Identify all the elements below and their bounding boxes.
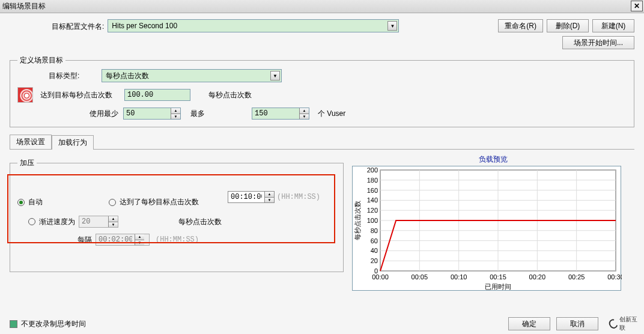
svg-text:180: 180	[367, 177, 378, 184]
radio-step[interactable]	[28, 218, 35, 225]
step-label: 渐进速度为	[39, 217, 75, 227]
chart: 02040608010012014016018020000:0000:0500:…	[352, 166, 621, 291]
step-value-input[interactable]: ▲▼	[79, 216, 118, 228]
svg-text:40: 40	[371, 247, 378, 254]
radio-auto[interactable]	[17, 199, 25, 206]
step-unit-label: 每秒点击次数	[178, 217, 222, 227]
svg-text:80: 80	[371, 227, 378, 234]
window-title: 编辑场景目标	[2, 1, 46, 11]
goal-value-input[interactable]	[124, 89, 190, 101]
spin-up-icon[interactable]: ▲	[108, 216, 118, 222]
new-button[interactable]: 新建(N)	[592, 19, 634, 32]
vuser-label: 个 Vuser	[318, 109, 345, 119]
spin-up-icon[interactable]: ▲	[264, 192, 274, 198]
spin-down-icon[interactable]: ▼	[171, 114, 180, 120]
chevron-down-icon: ▼	[387, 21, 397, 31]
reach-goal-label: 达到目标每秒点击次数	[40, 90, 124, 100]
svg-text:100: 100	[367, 217, 378, 224]
titlebar: 编辑场景目标 ✕	[0, 0, 644, 13]
svg-text:00:25: 00:25	[568, 273, 585, 281]
close-button[interactable]: ✕	[631, 1, 643, 11]
bottom-bar: 不更改录制思考时间 确定 取消 创新互联	[10, 317, 640, 330]
max-label: 最多	[190, 109, 205, 119]
brand-text: 创新互联	[619, 315, 640, 332]
svg-text:每秒点击次数: 每秒点击次数	[354, 201, 361, 240]
spin-up-icon[interactable]: ▲	[171, 108, 180, 114]
chevron-down-icon: ▼	[270, 71, 280, 80]
goal-type-label: 目标类型:	[49, 71, 102, 81]
think-time-label: 不更改录制思考时间	[21, 319, 86, 329]
ramp-legend: 加压	[17, 158, 37, 168]
svg-text:已用时间: 已用时间	[485, 283, 511, 290]
svg-text:00:10: 00:10	[451, 273, 467, 281]
every-value-input[interactable]: ▲▼	[96, 234, 150, 246]
svg-text:120: 120	[367, 207, 378, 214]
profile-label: 目标配置文件名:	[52, 19, 104, 32]
ramp-fieldset: 加压 ▲▼ (HH:MM:SS) 自动 达到了每秒目标点击次数	[10, 158, 344, 272]
chart-panel: 负载预览 02040608010012014016018020000:0000:…	[352, 152, 634, 291]
every-label: 每隔	[77, 235, 92, 245]
min-label: 使用最少	[90, 109, 118, 119]
ok-button[interactable]: 确定	[508, 317, 550, 330]
spin-down-icon[interactable]: ▼	[108, 222, 118, 228]
spin-down-icon[interactable]: ▼	[299, 114, 309, 120]
duration-input[interactable]: ▲▼	[228, 191, 275, 203]
spin-down-icon[interactable]: ▼	[135, 240, 144, 246]
svg-text:20: 20	[371, 257, 378, 264]
spin-up-icon[interactable]: ▲	[299, 108, 309, 114]
svg-text:140: 140	[367, 196, 378, 204]
svg-text:200: 200	[367, 166, 378, 174]
target-icon	[17, 87, 33, 103]
svg-text:60: 60	[371, 237, 378, 244]
svg-text:160: 160	[367, 187, 378, 194]
duration-hint: (HH:MM:SS)	[277, 193, 320, 201]
spin-up-icon[interactable]: ▲	[135, 234, 144, 240]
svg-text:00:05: 00:05	[412, 273, 428, 281]
svg-text:00:15: 00:15	[490, 273, 506, 281]
goal-fieldset: 定义场景目标 目标类型: 每秒点击次数 ▼ 达到目标每秒点击次数 每秒点击次数 …	[10, 55, 634, 127]
radio-reach-target[interactable]	[109, 199, 116, 206]
cancel-button[interactable]: 取消	[556, 317, 598, 330]
tab-load-behavior[interactable]: 加载行为	[52, 135, 94, 150]
profile-select[interactable]: Hits per Second 100 ▼	[108, 19, 399, 32]
scenario-start-time-button[interactable]: 场景开始时间...	[562, 36, 634, 49]
spin-down-icon[interactable]: ▼	[264, 198, 274, 203]
every-hint: (HH:MM:SS)	[156, 235, 199, 244]
max-vuser-input[interactable]: ▲▼	[252, 108, 309, 120]
svg-text:00:20: 00:20	[529, 273, 546, 281]
tabs: 场景设置 加载行为	[10, 135, 634, 150]
brand-logo: 创新互联	[609, 317, 640, 330]
chart-title: 负载预览	[352, 154, 634, 165]
brand-icon	[607, 317, 619, 330]
think-time-checkbox[interactable]	[10, 320, 17, 328]
svg-text:00:30: 00:30	[607, 273, 622, 281]
rename-button[interactable]: 重命名(R)	[498, 19, 543, 32]
min-vuser-input[interactable]: ▲▼	[123, 108, 181, 120]
goal-type-value: 每秒点击次数	[106, 71, 149, 81]
goal-legend: 定义场景目标	[17, 55, 65, 65]
delete-button[interactable]: 删除(D)	[547, 19, 589, 32]
profile-value: Hits per Second 100	[112, 22, 177, 30]
goal-type-select[interactable]: 每秒点击次数 ▼	[102, 69, 282, 82]
auto-label: 自动	[28, 197, 43, 207]
tab-scenario-settings[interactable]: 场景设置	[10, 135, 52, 149]
svg-text:00:00: 00:00	[372, 273, 389, 281]
chart-svg: 02040608010012014016018020000:0000:0500:…	[353, 166, 622, 291]
reach-target-label: 达到了每秒目标点击次数	[120, 197, 199, 207]
close-icon: ✕	[634, 2, 640, 10]
reach-unit-label: 每秒点击次数	[208, 90, 252, 100]
